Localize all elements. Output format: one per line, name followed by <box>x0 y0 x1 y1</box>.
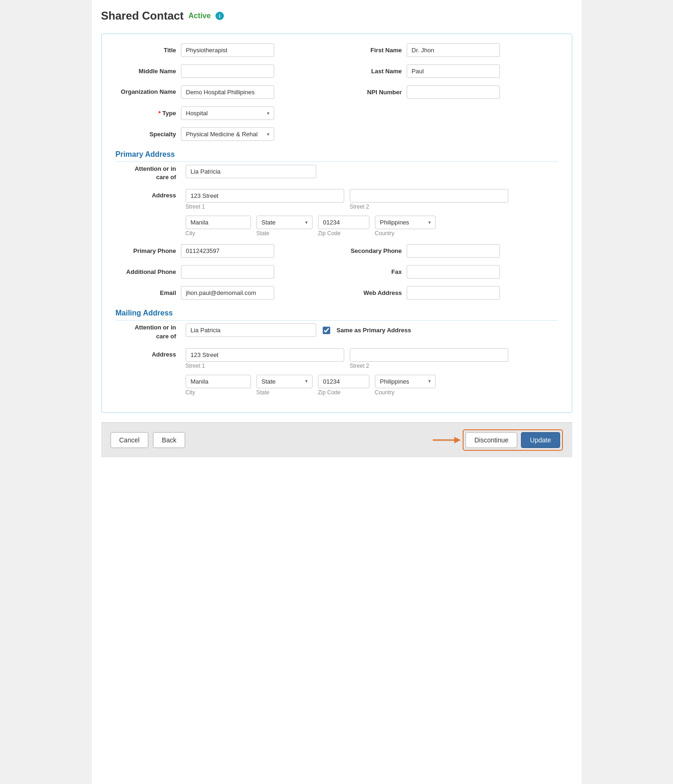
primary-zip-label: Zip Code <box>318 230 369 237</box>
primary-state-select-wrapper: State <box>257 216 312 229</box>
primary-phone-input[interactable] <box>181 244 274 258</box>
mailing-street2-label: Street 2 <box>350 363 508 369</box>
firstname-label: First Name <box>341 47 402 54</box>
primary-street1-label: Street 1 <box>186 203 344 210</box>
web-group: Web Address <box>341 286 558 300</box>
type-select[interactable]: Hospital Clinic Practice <box>181 106 274 120</box>
footer-bar: Cancel Back Discontinue Update <box>101 422 572 457</box>
mailing-address-fields: Street 1 Street 2 City <box>186 348 558 396</box>
form-container: Title First Name Middle Name Last Name O… <box>101 34 572 413</box>
mailing-country-select[interactable]: Philippines <box>375 375 436 388</box>
additional-fax-row: Additional Phone Fax <box>116 265 558 279</box>
primary-city-state-row: City State State Zip Code <box>186 216 558 237</box>
primary-phone-group: Primary Phone <box>116 244 332 258</box>
mailing-street-row: Street 1 Street 2 <box>186 348 558 369</box>
mailing-state-select-wrapper: State <box>257 375 312 388</box>
primary-street1-input[interactable] <box>186 189 344 203</box>
primary-country-select[interactable]: Philippines <box>375 216 436 229</box>
middlename-label: Middle Name <box>116 68 176 75</box>
email-group: Email <box>116 286 332 300</box>
primary-state-select[interactable]: State <box>257 216 312 229</box>
specialty-select-wrapper: Physical Medicine & Rehal <box>181 127 274 141</box>
email-label: Email <box>116 289 176 296</box>
mailing-city-input[interactable] <box>186 375 251 388</box>
web-label: Web Address <box>341 289 402 296</box>
mailing-street2-input[interactable] <box>350 348 508 362</box>
mailing-address-title: Mailing Address <box>116 309 558 321</box>
primary-attention-input[interactable] <box>186 165 316 178</box>
mailing-street1-input[interactable] <box>186 348 344 362</box>
primary-attention-row: Attention or incare of <box>116 165 558 182</box>
back-button[interactable]: Back <box>153 432 185 448</box>
secondary-phone-input[interactable] <box>407 244 500 258</box>
phone-row: Primary Phone Secondary Phone <box>116 244 558 258</box>
mailing-attention-content: Same as Primary Address <box>186 323 558 337</box>
update-button[interactable]: Update <box>521 432 560 448</box>
mailing-address-row: Address Street 1 Street 2 City <box>116 348 558 396</box>
mailing-address-label: Address <box>116 348 176 358</box>
orgname-input[interactable] <box>181 85 274 99</box>
primary-address-fields: Street 1 Street 2 City <box>186 189 558 237</box>
cancel-button[interactable]: Cancel <box>111 432 149 448</box>
page-title: Shared Contact <box>101 9 184 22</box>
mailing-state-label: State <box>257 389 312 396</box>
middlename-input[interactable] <box>181 64 274 78</box>
web-input[interactable] <box>407 286 500 300</box>
arrow-indicator <box>433 434 461 446</box>
fax-label: Fax <box>341 268 402 275</box>
secondary-phone-label: Secondary Phone <box>341 247 402 254</box>
primary-street2-group: Street 2 <box>350 189 508 210</box>
additional-phone-input[interactable] <box>181 265 274 279</box>
primary-country-group: Philippines Country <box>375 216 436 237</box>
mailing-state-select[interactable]: State <box>257 375 312 388</box>
mailing-city-state-row: City State State Zip Code <box>186 375 558 396</box>
mailing-attention-input[interactable] <box>186 323 316 337</box>
primary-phone-label: Primary Phone <box>116 247 176 254</box>
discontinue-button[interactable]: Discontinue <box>465 432 517 448</box>
fax-input[interactable] <box>407 265 500 279</box>
mailing-state-group: State State <box>257 375 312 396</box>
mailing-street1-label: Street 1 <box>186 363 344 369</box>
primary-country-select-wrapper: Philippines <box>375 216 436 229</box>
firstname-group: First Name <box>341 43 558 57</box>
lastname-input[interactable] <box>407 64 500 78</box>
middlename-group: Middle Name <box>116 64 332 78</box>
orgname-label: Organization Name <box>116 88 176 96</box>
mailing-attention-row: Attention or incare of Same as Primary A… <box>116 323 558 340</box>
primary-zip-input[interactable] <box>318 216 369 229</box>
specialty-select[interactable]: Physical Medicine & Rehal <box>181 127 274 141</box>
email-input[interactable] <box>181 286 274 300</box>
primary-street2-input[interactable] <box>350 189 508 203</box>
same-as-primary-checkbox[interactable] <box>323 327 330 334</box>
title-label: Title <box>116 47 176 54</box>
same-as-primary-label: Same as Primary Address <box>337 327 411 334</box>
type-group: Type Hospital Clinic Practice <box>116 106 332 120</box>
specialty-row: Specialty Physical Medicine & Rehal <box>116 127 558 141</box>
mailing-city-label: City <box>186 389 251 396</box>
middlename-lastname-row: Middle Name Last Name <box>116 64 558 78</box>
mailing-zip-input[interactable] <box>318 375 369 388</box>
orgname-group: Organization Name <box>116 85 332 99</box>
type-select-wrapper: Hospital Clinic Practice <box>181 106 274 120</box>
primary-state-label: State <box>257 230 312 237</box>
page-header: Shared Contact Active i <box>101 9 572 26</box>
primary-street2-label: Street 2 <box>350 203 508 210</box>
primary-city-label: City <box>186 230 251 237</box>
firstname-input[interactable] <box>407 43 500 57</box>
primary-zip-group: Zip Code <box>318 216 369 237</box>
mailing-country-label: Country <box>375 389 436 396</box>
specialty-label: Specialty <box>116 131 176 138</box>
mailing-zip-label: Zip Code <box>318 389 369 396</box>
npi-input[interactable] <box>407 85 500 99</box>
title-group: Title <box>116 43 332 57</box>
mailing-attention-label: Attention or incare of <box>116 323 176 340</box>
info-icon[interactable]: i <box>215 12 224 20</box>
primary-country-label: Country <box>375 230 436 237</box>
type-row: Type Hospital Clinic Practice <box>116 106 558 120</box>
title-firstname-row: Title First Name <box>116 43 558 57</box>
mailing-country-group: Philippines Country <box>375 375 436 396</box>
primary-city-input[interactable] <box>186 216 251 229</box>
title-input[interactable] <box>181 43 274 57</box>
primary-state-group: State State <box>257 216 312 237</box>
secondary-phone-group: Secondary Phone <box>341 244 558 258</box>
